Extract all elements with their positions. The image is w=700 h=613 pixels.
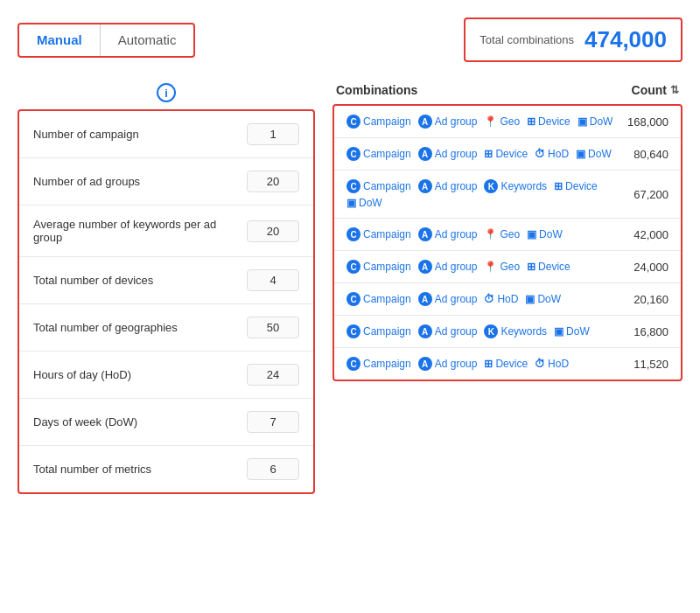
input-label: Number of ad groups — [33, 175, 247, 188]
input-row: Days of week (DoW) — [19, 399, 313, 446]
inputs-box: Number of campaign Number of ad groups A… — [18, 109, 315, 494]
combo-tag: K Keywords — [484, 324, 547, 338]
input-field[interactable] — [247, 269, 299, 291]
combo-count: 67,200 — [616, 188, 668, 201]
input-label: Total number of metrics — [33, 463, 247, 476]
tag-icon: A — [418, 292, 432, 306]
right-panel: Combinations Count ⇅ C Campaign A Ad gro… — [332, 83, 682, 494]
combo-tag: 📍 Geo — [484, 227, 520, 241]
combo-tag: A Ad group — [418, 147, 478, 161]
combo-tag: ▣ DoW — [525, 292, 561, 306]
combo-tags: C Campaign A Ad group K Keywords ▣ DoW — [346, 324, 616, 338]
combo-tag: ▣ DoW — [554, 324, 590, 338]
tag-icon: ▣ — [576, 148, 585, 160]
combo-tag: A Ad group — [418, 357, 478, 371]
combo-row: C Campaign A Ad group ⏱ HoD ▣ DoW — [334, 283, 681, 316]
combinations-box: C Campaign A Ad group 📍 Geo ⊞ Device — [332, 104, 682, 381]
tag-label: Campaign — [363, 293, 411, 305]
input-field[interactable] — [247, 411, 299, 433]
tag-label: Device — [495, 148, 528, 160]
tag-label: DoW — [588, 148, 612, 160]
tag-icon: 📍 — [484, 228, 497, 240]
input-field[interactable] — [247, 220, 299, 242]
input-field[interactable] — [247, 317, 299, 338]
sort-icon[interactable]: ⇅ — [670, 84, 679, 96]
combo-tag: A Ad group — [418, 179, 478, 193]
input-label: Hours of day (HoD) — [33, 368, 247, 381]
tag-label: DoW — [566, 325, 590, 338]
tag-label: Device — [495, 358, 528, 370]
combo-tag: ⊞ Device — [527, 115, 570, 129]
tag-label: Campaign — [363, 358, 411, 370]
tag-icon: ▣ — [346, 197, 356, 209]
input-field[interactable] — [247, 458, 299, 480]
tag-label: DoW — [359, 197, 382, 209]
tag-icon: ⊞ — [554, 180, 563, 192]
tag-icon: ⏱ — [535, 148, 545, 160]
tag-label: DoW — [537, 293, 561, 305]
combo-tag: ▣ DoW — [346, 197, 382, 209]
input-label: Average number of keywords per ad group — [33, 218, 247, 244]
tag-icon: A — [418, 357, 432, 371]
tag-icon: C — [346, 260, 360, 274]
tab-manual[interactable]: Manual — [19, 25, 100, 54]
tag-label: Campaign — [363, 148, 411, 160]
info-icon[interactable]: i — [157, 83, 176, 102]
combo-tag: ⊞ Device — [554, 179, 598, 193]
count-header: Count ⇅ — [632, 83, 679, 97]
tag-icon: A — [418, 179, 432, 193]
tag-label: Keywords — [500, 180, 547, 192]
tab-automatic[interactable]: Automatic — [101, 25, 194, 54]
combo-tag: A Ad group — [418, 227, 478, 241]
combo-tags: C Campaign A Ad group ⊞ Device ⏱ HoD — [346, 147, 616, 161]
input-row: Average number of keywords per ad group — [19, 205, 313, 257]
info-icon-row: i — [18, 83, 315, 102]
tag-label: Campaign — [363, 325, 411, 338]
combo-tag: ▣ DoW — [576, 147, 612, 161]
combo-tag: A Ad group — [418, 324, 478, 338]
combinations-title: Combinations — [336, 83, 417, 97]
tag-label: DoW — [590, 115, 613, 128]
tag-icon: A — [418, 147, 432, 161]
tag-label: Device — [538, 261, 570, 273]
tag-icon: ▣ — [578, 115, 587, 128]
tag-label: Geo — [500, 261, 520, 273]
combo-count: 11,520 — [616, 358, 668, 371]
combo-tag: ⏱ HoD — [484, 292, 518, 306]
input-field[interactable] — [247, 123, 299, 145]
combo-count: 42,000 — [616, 228, 668, 241]
combo-tag: A Ad group — [418, 115, 478, 129]
combo-row: C Campaign A Ad group ⊞ Device ⏱ HoD — [334, 138, 681, 171]
combo-tag: ⊞ Device — [484, 357, 528, 371]
combo-count: 168,000 — [616, 115, 668, 129]
combo-tag: 📍 Geo — [484, 115, 520, 129]
tag-icon: C — [346, 292, 360, 306]
input-field[interactable] — [247, 364, 299, 386]
input-row: Number of campaign — [19, 111, 313, 158]
combo-row: C Campaign A Ad group K Keywords ⊞ Devic… — [334, 171, 681, 219]
tag-icon: ⊞ — [527, 261, 536, 273]
tag-label: Ad group — [435, 293, 478, 305]
tag-icon: ⊞ — [484, 358, 493, 370]
tag-icon: K — [484, 324, 498, 338]
input-row: Number of ad groups — [19, 158, 313, 205]
combo-row: C Campaign A Ad group ⊞ Device ⏱ HoD — [334, 348, 681, 380]
input-field[interactable] — [247, 171, 299, 192]
combos-header: Combinations Count ⇅ — [332, 83, 682, 97]
tag-label: Ad group — [435, 261, 478, 273]
combo-tag: ▣ DoW — [527, 227, 563, 241]
tag-label: Device — [538, 115, 570, 128]
combo-tag: C Campaign — [346, 260, 411, 274]
tag-label: Ad group — [435, 115, 478, 128]
combo-tags: C Campaign A Ad group 📍 Geo ⊞ Device — [346, 115, 616, 129]
tag-label: Campaign — [363, 115, 411, 128]
combo-row: C Campaign A Ad group K Keywords ▣ DoW — [334, 316, 681, 348]
combo-tag: 📍 Geo — [484, 260, 520, 274]
combo-count: 16,800 — [616, 325, 668, 338]
combo-row: C Campaign A Ad group 📍 Geo ▣ DoW — [334, 219, 681, 251]
tag-label: Ad group — [435, 148, 478, 160]
tag-label: Ad group — [435, 358, 478, 370]
tag-icon: ⏱ — [484, 293, 494, 305]
tag-icon: C — [346, 147, 360, 161]
tag-label: Ad group — [435, 180, 478, 192]
